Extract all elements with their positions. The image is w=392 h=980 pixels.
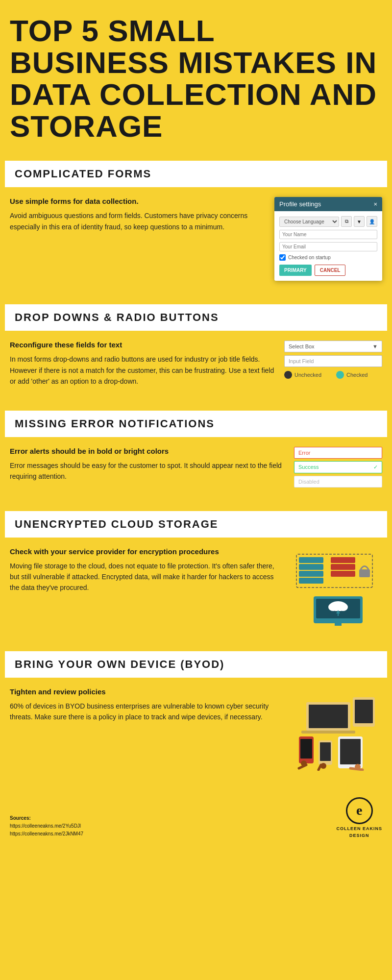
checked-circle-icon (336, 371, 344, 379)
source-2: https://colleeneakns.me/2JkNM47 (10, 830, 83, 838)
svg-rect-28 (340, 739, 361, 764)
header: TOP 5 SMALL BUSINESS MISTAKES IN DATA CO… (0, 0, 392, 152)
section-text-complicated-forms: Use simple forms for data collection. Av… (10, 197, 265, 232)
close-icon[interactable]: × (373, 200, 377, 208)
arrow-icon[interactable]: ▼ (354, 216, 365, 227)
radio-row: Unchecked Checked (284, 371, 382, 379)
dropdown-mock-visual: Select Box ▼ Input Field Unchecked Check… (284, 341, 382, 379)
svg-rect-24 (300, 739, 312, 759)
svg-rect-20 (301, 731, 355, 734)
section-title-cloud-storage: UNENCRYPTED CLOUD STORAGE (5, 511, 387, 538)
section-content-error-notifications: Error alerts should be in bold or bright… (0, 437, 392, 502)
sources-label: Sources: (10, 814, 83, 822)
section-content-byod: Tighten and review policies 60% of devic… (0, 678, 392, 787)
svg-rect-5 (331, 564, 355, 570)
startup-checkbox[interactable] (279, 254, 286, 261)
checkbox-row: Checked on startup (279, 254, 377, 261)
section-title-dropdowns: DROP DOWNS & RADIO BUTTONS (5, 304, 387, 331)
svg-rect-0 (299, 557, 323, 563)
radio-unchecked: Unchecked (284, 371, 321, 379)
checkbox-label: Checked on startup (288, 255, 331, 260)
section-content-complicated-forms: Use simple forms for data collection. Av… (0, 187, 392, 295)
language-select[interactable]: Choose Language (279, 217, 339, 227)
subtitle-complicated-forms: Use simple forms for data collection. (10, 197, 265, 205)
chevron-down-icon: ▼ (372, 343, 378, 349)
svg-rect-22 (355, 700, 373, 723)
subtitle-cloud-storage: Check with your service provider for enc… (10, 547, 284, 556)
section-content-dropdowns: Reconfigure these fields for text In mos… (0, 331, 392, 401)
success-label: Success (298, 464, 319, 470)
svg-rect-3 (299, 578, 323, 584)
svg-point-34 (355, 764, 361, 770)
success-field: Success ✓ (294, 461, 382, 473)
svg-rect-19 (309, 705, 348, 728)
body-byod: 60% of devices in BYOD business enterpri… (10, 701, 284, 723)
svg-rect-1 (299, 564, 323, 570)
name-field[interactable] (279, 230, 377, 239)
section-title-byod: BRING YOUR OWN DEVICE (BYOD) (5, 651, 387, 678)
body-cloud-storage: Moving file storage to the cloud, does n… (10, 561, 284, 593)
svg-rect-26 (320, 742, 331, 761)
svg-point-32 (301, 760, 307, 766)
profile-modal-body: Choose Language ⧉ ▼ 👤 Checked on startup… (274, 211, 382, 281)
error-mock-visual: Error Success ✓ Disabled (294, 447, 382, 488)
subtitle-byod: Tighten and review policies (10, 687, 284, 696)
main-title: TOP 5 SMALL BUSINESS MISTAKES IN DATA CO… (10, 15, 382, 142)
mock-input-field[interactable]: Input Field (284, 355, 382, 367)
profile-modal: Profile settings × Choose Language ⧉ ▼ 👤… (274, 197, 382, 281)
svg-point-33 (320, 763, 326, 769)
subtitle-dropdowns: Reconfigure these fields for text (10, 341, 274, 349)
section-title-complicated-forms: COMPLICATED FORMS (5, 161, 387, 187)
section-text-cloud-storage: Check with your service provider for enc… (10, 547, 284, 593)
body-dropdowns: In most forms drop-downs and radio butto… (10, 354, 274, 387)
error-field: Error (294, 447, 382, 459)
section-content-cloud-storage: Check with your service provider for enc… (0, 538, 392, 642)
section-title-error-notifications: MISSING ERROR NOTIFICATIONS (5, 411, 387, 437)
svg-rect-7 (359, 569, 370, 577)
body-error-notifications: Error messages should be easy for the cu… (10, 460, 284, 482)
section-text-error-notifications: Error alerts should be in bold or bright… (10, 447, 284, 482)
logo-letter: e (356, 803, 362, 818)
profile-modal-header: Profile settings × (274, 197, 382, 211)
footer-logo: e COLLEEN EAKINS design (336, 797, 382, 838)
profile-modal-title: Profile settings (279, 200, 321, 208)
radio-checked: Checked (336, 371, 368, 379)
byod-visual (294, 687, 382, 773)
logo-name-line1: COLLEEN EAKINS (336, 826, 382, 831)
user-icon[interactable]: 👤 (367, 216, 377, 227)
email-field[interactable] (279, 242, 377, 251)
check-icon: ✓ (373, 464, 378, 470)
copy-icon[interactable]: ⧉ (341, 216, 352, 227)
section-text-byod: Tighten and review policies 60% of devic… (10, 687, 284, 723)
logo-circle: e (346, 797, 373, 824)
profile-modal-visual: Profile settings × Choose Language ⧉ ▼ 👤… (274, 197, 382, 281)
disabled-field: Disabled (294, 476, 382, 488)
cloud-storage-svg (294, 547, 382, 626)
section-text-dropdowns: Reconfigure these fields for text In mos… (10, 341, 274, 387)
source-1: https://colleeneakns.me/2Yu5DJl (10, 822, 83, 830)
select-label: Select Box (289, 343, 315, 349)
svg-rect-4 (331, 557, 355, 563)
svg-rect-2 (299, 571, 323, 577)
primary-button[interactable]: PRIMARY (279, 265, 312, 276)
logo-name-line2: design (349, 833, 369, 838)
unchecked-circle-icon (284, 371, 292, 379)
footer-sources: Sources: https://colleeneakns.me/2Yu5DJl… (10, 814, 83, 838)
profile-modal-language-row: Choose Language ⧉ ▼ 👤 (279, 216, 377, 227)
cancel-button[interactable]: CANCEL (315, 265, 346, 276)
dropdown-mock: Select Box ▼ Input Field Unchecked Check… (284, 341, 382, 379)
byod-svg (294, 687, 382, 771)
subtitle-error-notifications: Error alerts should be in bold or bright… (10, 447, 284, 455)
input-field-label: Input Field (289, 358, 314, 364)
checked-label: Checked (346, 372, 368, 378)
svg-rect-17 (335, 623, 342, 626)
unchecked-label: Unchecked (294, 372, 321, 378)
mock-select-box[interactable]: Select Box ▼ (284, 341, 382, 352)
svg-rect-6 (331, 571, 355, 577)
body-complicated-forms: Avoid ambiguous questions and form field… (10, 210, 265, 232)
modal-buttons: PRIMARY CANCEL (279, 265, 377, 276)
footer: Sources: https://colleeneakns.me/2Yu5DJl… (0, 787, 392, 853)
cloud-storage-visual (294, 547, 382, 628)
error-mock: Error Success ✓ Disabled (294, 447, 382, 488)
